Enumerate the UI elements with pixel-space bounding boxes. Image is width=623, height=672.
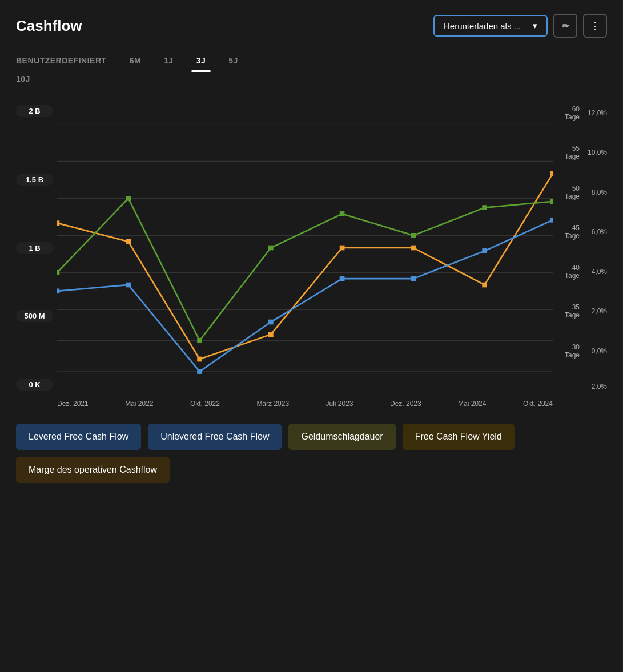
y-right-40: 40 Tage 4,0%: [556, 264, 607, 280]
time-filters: BENUTZERDEFINIERT 6M 1J 3J 5J 10J: [16, 51, 607, 88]
y-days-55: 55 Tage: [556, 144, 580, 160]
header-controls: Herunterladen als ... ▾ ✏ ⋮: [433, 14, 607, 38]
svg-rect-24: [57, 289, 59, 294]
svg-rect-23: [550, 199, 553, 204]
svg-rect-31: [550, 218, 553, 223]
x-label-may24: Mai 2024: [458, 400, 486, 408]
y-label-15b: 1,5 B: [16, 174, 53, 186]
x-label-oct22: Okt. 2022: [190, 400, 220, 408]
y-right-neg: -2,0%: [556, 383, 607, 391]
svg-rect-18: [197, 338, 202, 343]
y-pct-neg2: -2,0%: [584, 383, 607, 391]
y-label-0k: 0 K: [16, 379, 53, 391]
x-label-dec23: Dez. 2023: [390, 400, 421, 408]
time-btn-5j[interactable]: 5J: [217, 51, 250, 70]
legend-marge-btn[interactable]: Marge des operativen Cashflow: [16, 457, 170, 483]
svg-rect-13: [411, 246, 416, 251]
y-days-60: 60 Tage: [556, 105, 580, 121]
y-days-30: 30 Tage: [556, 343, 580, 359]
legend-fcf-yield-label: Free Cash Flow Yield: [415, 432, 502, 441]
time-btn-10j[interactable]: 10J: [16, 70, 42, 88]
svg-rect-26: [197, 369, 202, 374]
y-right-35: 35 Tage 2,0%: [556, 303, 607, 319]
chart-svg: [57, 99, 553, 396]
svg-rect-14: [482, 283, 487, 288]
time-btn-1j[interactable]: 1J: [152, 51, 185, 70]
y-days-45: 45 Tage: [556, 224, 580, 240]
y-days-40: 40 Tage: [556, 264, 580, 280]
download-button[interactable]: Herunterladen als ... ▾: [433, 15, 548, 37]
svg-rect-21: [411, 233, 416, 238]
legend-unlevered-btn[interactable]: Unlevered Free Cash Flow: [148, 424, 282, 450]
svg-rect-25: [126, 283, 131, 288]
time-btn-3j[interactable]: 3J: [185, 51, 218, 70]
more-button[interactable]: ⋮: [583, 14, 607, 38]
y-right-50: 50 Tage 8,0%: [556, 184, 607, 200]
legend-levered-label: Levered Free Cash Flow: [29, 432, 128, 441]
svg-rect-30: [482, 248, 487, 253]
page-title: Cashflow: [16, 17, 82, 35]
y-pct-8: 8,0%: [584, 188, 607, 196]
y-pct-0: 0,0%: [584, 347, 607, 355]
svg-rect-19: [268, 246, 274, 251]
svg-rect-15: [550, 171, 553, 176]
x-label-dec21: Dez. 2021: [57, 400, 89, 408]
y-label-2b: 2 B: [16, 105, 53, 117]
y-days-50: 50 Tage: [556, 184, 580, 200]
legend-levered-btn[interactable]: Levered Free Cash Flow: [16, 424, 141, 450]
y-label-500m: 500 M: [16, 310, 53, 322]
y-axis-left: 2 B 1,5 B 1 B 500 M 0 K: [16, 99, 56, 396]
svg-rect-10: [197, 357, 202, 362]
page-header: Cashflow Herunterladen als ... ▾ ✏ ⋮: [16, 14, 607, 38]
x-label-may22: Mai 2022: [125, 400, 153, 408]
y-right-45: 45 Tage 6,0%: [556, 224, 607, 240]
y-pct-10: 10,0%: [584, 148, 607, 156]
svg-rect-22: [482, 205, 487, 210]
svg-rect-27: [268, 320, 274, 325]
x-axis: Dez. 2021 Mai 2022 Okt. 2022 März 2023 J…: [16, 396, 607, 408]
svg-rect-16: [57, 270, 59, 275]
svg-rect-20: [340, 211, 345, 216]
legend-geldumschlag-label: Geldumschlagdauer: [301, 432, 383, 441]
legend-unlevered-label: Unlevered Free Cash Flow: [160, 432, 269, 441]
chart-container: 2 B 1,5 B 1 B 500 M 0 K: [16, 99, 607, 396]
chevron-down-icon: ▾: [533, 21, 537, 31]
chart-svg-area: [57, 99, 553, 396]
legend-marge-label: Marge des operativen Cashflow: [29, 465, 157, 474]
y-pct-4: 4,0%: [584, 268, 607, 276]
svg-rect-11: [268, 332, 274, 337]
svg-rect-12: [340, 246, 345, 251]
y-right-60: 60 Tage 12,0%: [556, 105, 607, 121]
legend-fcf-yield-btn[interactable]: Free Cash Flow Yield: [403, 424, 515, 450]
edit-button[interactable]: ✏: [553, 14, 577, 38]
y-days-35: 35 Tage: [556, 303, 580, 319]
x-label-jul23: Juli 2023: [326, 400, 353, 408]
time-btn-6m[interactable]: 6M: [118, 51, 152, 70]
y-right-30: 30 Tage 0,0%: [556, 343, 607, 359]
svg-rect-29: [411, 276, 416, 281]
y-right-55: 55 Tage 10,0%: [556, 144, 607, 160]
y-pct-2: 2,0%: [584, 307, 607, 315]
x-label-mar23: März 2023: [256, 400, 289, 408]
y-pct-12: 12,0%: [584, 109, 607, 117]
x-label-oct24: Okt. 2024: [523, 400, 553, 408]
edit-icon: ✏: [562, 21, 569, 31]
svg-rect-9: [126, 239, 131, 244]
y-label-1b: 1 B: [16, 242, 53, 254]
svg-rect-8: [57, 220, 59, 226]
legend-geldumschlag-btn[interactable]: Geldumschlagdauer: [288, 424, 395, 450]
download-label: Herunterladen als ...: [444, 21, 521, 31]
svg-rect-28: [340, 276, 345, 281]
y-axis-right: 60 Tage 12,0% 55 Tage 10,0% 50 Tage 8,0%…: [556, 99, 607, 396]
legend-section: Levered Free Cash Flow Unlevered Free Ca…: [16, 424, 607, 483]
svg-rect-17: [126, 196, 131, 201]
chart-wrapper: 2 B 1,5 B 1 B 500 M 0 K: [16, 99, 607, 408]
y-pct-6: 6,0%: [584, 228, 607, 236]
more-icon: ⋮: [590, 21, 600, 31]
time-btn-benutzerdefiniert[interactable]: BENUTZERDEFINIERT: [16, 51, 118, 70]
